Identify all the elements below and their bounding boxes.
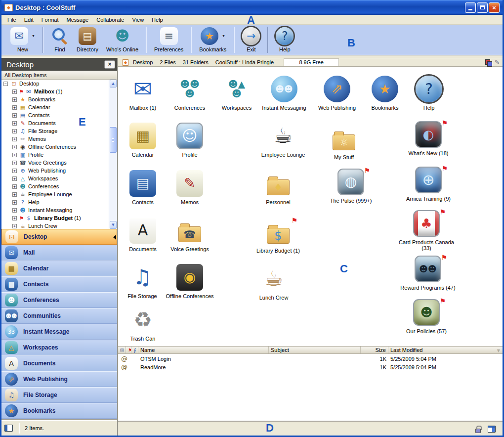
expand-box-icon[interactable]: + bbox=[12, 176, 17, 181]
sidebar-item-mail[interactable]: ✉Mail bbox=[1, 245, 117, 261]
column-header-item-icon[interactable]: ✉ bbox=[118, 347, 126, 353]
sidebar-item-instant-message[interactable]: 33Instant Message bbox=[1, 324, 117, 340]
list-item-readmore[interactable]: @ReadMore1K5/25/2009 5:04 PM bbox=[118, 363, 503, 371]
sidebar-item-contacts[interactable]: ▤Contacts bbox=[1, 276, 117, 292]
column-header-size[interactable]: Size bbox=[361, 347, 388, 353]
desktop-icon-trash-can[interactable]: ♻Trash Can bbox=[118, 306, 175, 342]
sidebar-item-workspaces[interactable]: △Workspaces bbox=[1, 340, 117, 355]
menu-item-file[interactable]: File bbox=[3, 16, 20, 24]
expand-box-icon[interactable]: + bbox=[12, 113, 17, 118]
expand-box-icon[interactable]: + bbox=[12, 89, 17, 94]
sort-order-icon[interactable]: ▼ bbox=[497, 349, 500, 353]
tree-item-lunch-crew[interactable]: +☕Lunch Crew bbox=[1, 222, 117, 229]
tree-scrollbar[interactable]: ▲ ▼ bbox=[109, 80, 117, 229]
list-item-otsm-login[interactable]: @OTSM Login1K5/25/2009 5:04 PM bbox=[118, 354, 503, 363]
expand-box-icon[interactable]: + bbox=[12, 224, 17, 228]
toolbar-button-directory[interactable]: ▤Directory bbox=[73, 25, 102, 55]
desktop-icon-what-s-new-18[interactable]: ◐⚑What's New (18) bbox=[396, 120, 461, 156]
desktop-icon-offline-conferences[interactable]: ◉Offline Conferences bbox=[158, 263, 222, 299]
expand-box-icon[interactable]: + bbox=[12, 216, 17, 220]
desktop-icon-our-policies-57[interactable]: ☻⚑Our Policies (57) bbox=[394, 298, 459, 334]
maximize-button[interactable] bbox=[477, 2, 488, 13]
desktop-icon-my-stuff[interactable]: ☼My Stuff bbox=[312, 124, 376, 160]
sidebar-item-communities[interactable]: ☻☻Communities bbox=[1, 308, 117, 324]
panel-close-button[interactable]: × bbox=[104, 60, 115, 69]
expand-box-icon[interactable]: + bbox=[12, 208, 17, 213]
toolbar-button-find[interactable]: Find bbox=[47, 25, 73, 55]
menu-item-help[interactable]: Help bbox=[148, 16, 167, 24]
pages-icon[interactable] bbox=[485, 59, 492, 66]
split-pane-icon[interactable] bbox=[488, 426, 496, 433]
column-header-last-modified[interactable]: Last Modified bbox=[388, 347, 503, 353]
toolbar-button-help[interactable]: ?Help bbox=[272, 25, 297, 55]
menu-item-edit[interactable]: Edit bbox=[20, 16, 38, 24]
sidebar-item-desktop[interactable]: ⊡Desktop bbox=[1, 229, 117, 245]
desktop-icon-personnel[interactable]: ♦Personnel bbox=[246, 169, 310, 205]
sidebar-item-web-publishing[interactable]: ⇗Web Publishing bbox=[1, 371, 117, 387]
collapse-box-icon[interactable]: − bbox=[3, 82, 8, 86]
toggle-panel-icon[interactable] bbox=[4, 425, 13, 432]
desktop-icon-arnica-training-9[interactable]: ⊕⚑Arnica Training (9) bbox=[396, 166, 461, 202]
expand-box-icon[interactable]: + bbox=[12, 153, 17, 157]
tree-item-web-publishing[interactable]: +⊕Web Publishing bbox=[1, 167, 117, 175]
expand-box-icon[interactable]: + bbox=[12, 105, 17, 110]
tree-item-mailbox[interactable]: +⚑✉Mailbox(1) bbox=[1, 87, 117, 95]
close-button[interactable]: × bbox=[489, 2, 500, 13]
tree-item-help[interactable]: +?Help bbox=[1, 198, 117, 206]
expand-box-icon[interactable]: + bbox=[12, 184, 17, 189]
toolbar-button-new[interactable]: ✉▼New bbox=[6, 25, 39, 55]
tree-item-profile[interactable]: +▣Profile bbox=[1, 151, 117, 159]
expand-box-icon[interactable]: + bbox=[12, 129, 17, 133]
dropdown-caret-icon[interactable]: ▼ bbox=[32, 34, 35, 38]
sidebar-item-conferences[interactable]: ☻Conferences bbox=[1, 292, 117, 308]
minimize-button[interactable] bbox=[465, 2, 476, 13]
column-header-name[interactable]: Name bbox=[138, 347, 269, 353]
scroll-down-button[interactable]: ▼ bbox=[110, 221, 117, 229]
sidebar-item-calendar[interactable]: ▦Calendar bbox=[1, 261, 117, 276]
desktop-icon-reward-programs-47[interactable]: ☻☻⚑Reward Programs (47) bbox=[396, 255, 460, 291]
tree-item-conferences[interactable]: +☻Conferences bbox=[1, 182, 117, 190]
tree-item-workspaces[interactable]: +△Workspaces bbox=[1, 175, 117, 182]
expand-box-icon[interactable]: + bbox=[12, 97, 17, 102]
column-header-subject[interactable]: Subject bbox=[269, 347, 361, 353]
tree-item-bookmarks[interactable]: +★Bookmarks bbox=[1, 95, 117, 103]
tree-item-instant-messaging[interactable]: +☻Instant Messaging bbox=[1, 206, 117, 214]
panel-filter-bar[interactable]: All Desktop Items bbox=[1, 71, 117, 80]
sidebar-item-file-storage[interactable]: ♫File Storage bbox=[1, 387, 117, 403]
expand-box-icon[interactable]: + bbox=[12, 169, 17, 173]
dropdown-caret-icon[interactable]: ▼ bbox=[222, 34, 225, 38]
desktop-icon-voice-greetings[interactable]: ☎Voice Greetings bbox=[158, 216, 222, 252]
column-header-attachment-icon[interactable]: ∮ bbox=[131, 347, 138, 353]
expand-box-icon[interactable]: + bbox=[12, 121, 17, 126]
toolbar-button-exit[interactable]: →Exit bbox=[238, 25, 264, 55]
sidebar-item-bookmarks[interactable]: ★Bookmarks bbox=[1, 403, 117, 419]
expand-box-icon[interactable]: + bbox=[12, 137, 17, 141]
toolbar-button-bookmarks[interactable]: ★▼Bookmarks bbox=[195, 25, 230, 55]
tree-item-desktop[interactable]: −⊡Desktop bbox=[1, 80, 117, 87]
toolbar-button-preferences[interactable]: ≡Preferences bbox=[150, 25, 187, 55]
menu-item-message[interactable]: Message bbox=[63, 16, 93, 24]
tree-item-documents[interactable]: +✎Documents bbox=[1, 119, 117, 127]
edit-pencil-icon[interactable]: ✎ bbox=[495, 59, 500, 66]
scroll-up-button[interactable]: ▲ bbox=[110, 80, 117, 87]
desktop-icon-library-budget-1[interactable]: $⚑Library Budget (1) bbox=[246, 218, 310, 254]
menu-item-view[interactable]: View bbox=[128, 16, 148, 24]
tree-item-memos[interactable]: +✏Memos bbox=[1, 135, 117, 143]
desktop-icon-lunch-crew[interactable]: ☕Lunch Crew bbox=[242, 264, 306, 301]
tree-item-voice-greetings[interactable]: +☎Voice Greetings bbox=[1, 159, 117, 167]
menu-item-collaborate[interactable]: Collaborate bbox=[92, 16, 128, 24]
desktop-icon-card-products-canada-33[interactable]: ♣⚑Card Products Canada (33) bbox=[394, 209, 459, 251]
toolbar-button-who-s-online[interactable]: ☻Who's Online bbox=[102, 25, 142, 55]
scroll-thumb[interactable] bbox=[110, 127, 117, 153]
desktop-icon-help[interactable]: ?Help bbox=[397, 75, 461, 111]
tree-item-file-storage[interactable]: +♫File Storage bbox=[1, 127, 117, 135]
tree-item-employee-lounge[interactable]: +☕Employee Lounge bbox=[1, 190, 117, 198]
desktop-icon-employee-lounge[interactable]: ☕Employee Lounge bbox=[251, 122, 315, 158]
expand-box-icon[interactable]: + bbox=[12, 161, 17, 165]
sidebar-item-documents[interactable]: ADocuments bbox=[1, 355, 117, 371]
menu-item-format[interactable]: Format bbox=[38, 16, 63, 24]
column-header-flag-icon[interactable]: ⚑ bbox=[126, 347, 131, 353]
desktop-icon-the-pulse-999[interactable]: ◍⚑The Pulse (999+) bbox=[319, 168, 383, 204]
desktop-icon-profile[interactable]: ☺Profile bbox=[158, 122, 222, 158]
tree-item-offline-conferences[interactable]: +◉Offline Conferences bbox=[1, 143, 117, 151]
